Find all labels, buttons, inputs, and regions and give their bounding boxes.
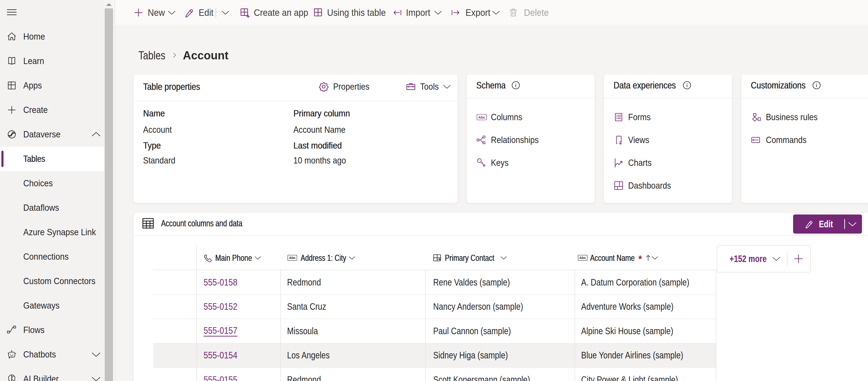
svg-text:Abc: Abc (478, 115, 485, 119)
svg-text:Abc: Abc (289, 256, 296, 260)
svg-text:Abc: Abc (580, 256, 586, 260)
